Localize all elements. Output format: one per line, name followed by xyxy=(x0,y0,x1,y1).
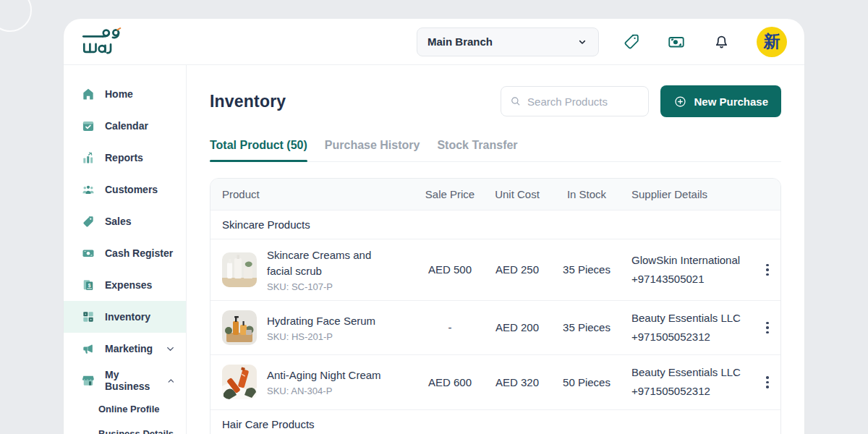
cash-icon[interactable] xyxy=(667,33,686,51)
category-row-skincare: Skincare Products xyxy=(210,210,780,239)
in-stock: 50 Pieces xyxy=(552,376,621,388)
sidebar-item-customers[interactable]: Customers xyxy=(64,174,186,205)
product-image xyxy=(222,310,257,345)
svg-text:$: $ xyxy=(88,283,91,289)
sidebar-subitem-label: Business Details xyxy=(98,428,174,434)
row-menu-kebab-icon[interactable] xyxy=(754,373,780,391)
sidebar: Home Calendar Reports xyxy=(64,65,187,434)
topbar: Main Branch xyxy=(64,19,804,65)
sidebar-subitem-online-profile[interactable]: Online Profile xyxy=(64,396,186,421)
search-icon xyxy=(510,95,522,108)
topbar-icons: 新 xyxy=(622,27,787,57)
tab-total-product[interactable]: Total Product (50) xyxy=(210,139,307,161)
col-sale-price: Sale Price xyxy=(417,188,482,200)
sale-price: - xyxy=(417,321,482,333)
table-row: Anti-Aging Night Cream SKU: AN-304-P AED… xyxy=(210,355,780,410)
sidebar-subitem-business-details[interactable]: Business Details xyxy=(64,421,186,434)
chevron-down-icon xyxy=(576,36,588,48)
new-purchase-label: New Purchase xyxy=(694,95,768,108)
main-content: Inventory New Purchase T xyxy=(187,65,804,434)
my-business-icon xyxy=(81,373,95,388)
avatar[interactable]: 新 xyxy=(757,27,787,57)
avatar-character: 新 xyxy=(764,30,780,53)
reports-icon xyxy=(81,150,95,165)
product-name: Skincare Creams and facial scrub xyxy=(267,247,397,279)
sales-icon xyxy=(81,214,95,229)
table-row: Hydrating Face Serum SKU: HS-201-P - AED… xyxy=(210,301,780,356)
supplier-name: Beauty Essentials LLC xyxy=(631,309,754,328)
col-in-stock: In Stock xyxy=(552,188,621,200)
sidebar-item-label: Customers xyxy=(105,184,158,195)
sidebar-item-label: Reports xyxy=(105,152,143,163)
sidebar-item-sales[interactable]: Sales xyxy=(64,205,186,237)
sidebar-item-label: My Business xyxy=(105,369,157,392)
product-name: Anti-Aging Night Cream xyxy=(267,367,381,383)
supplier-name: Beauty Essentials LLC xyxy=(631,363,754,382)
tabs: Total Product (50) Purchase History Stoc… xyxy=(210,139,781,162)
sale-price: AED 500 xyxy=(417,263,482,276)
row-menu-kebab-icon[interactable] xyxy=(754,319,780,337)
supplier-name: GlowSkin International xyxy=(631,251,754,270)
product-sku: SKU: AN-304-P xyxy=(267,386,381,396)
sidebar-item-label: Sales xyxy=(105,216,132,227)
sidebar-item-calendar[interactable]: Calendar xyxy=(64,110,186,142)
customers-icon xyxy=(81,182,95,197)
in-stock: 35 Pieces xyxy=(552,263,621,276)
marketing-icon xyxy=(81,341,95,356)
inventory-icon xyxy=(81,310,95,324)
sidebar-item-label: Expenses xyxy=(105,279,152,291)
table-header: Product Sale Price Unit Cost In Stock Su… xyxy=(210,179,780,210)
sidebar-item-expenses[interactable]: $ Expenses xyxy=(64,269,186,301)
row-menu-kebab-icon[interactable] xyxy=(754,261,780,279)
inventory-table: Product Sale Price Unit Cost In Stock Su… xyxy=(210,178,781,434)
col-supplier-details: Supplier Details xyxy=(621,188,754,200)
tab-stock-transfer[interactable]: Stock Transfer xyxy=(437,139,517,161)
chevron-down-icon xyxy=(165,344,176,354)
expenses-icon: $ xyxy=(81,278,95,292)
page-title: Inventory xyxy=(210,92,286,111)
sidebar-item-home[interactable]: Home xyxy=(64,78,186,110)
plus-circle-icon xyxy=(673,95,687,109)
col-unit-cost: Unit Cost xyxy=(482,188,552,200)
sale-price: AED 600 xyxy=(417,376,482,388)
chevron-up-icon xyxy=(166,375,176,386)
supplier-phone: +971505052312 xyxy=(631,328,754,346)
table-row: Skincare Creams and facial scrub SKU: SC… xyxy=(210,239,780,301)
unit-cost: AED 250 xyxy=(482,263,552,276)
search-input[interactable] xyxy=(527,95,639,108)
tag-icon[interactable] xyxy=(622,33,641,51)
sidebar-item-cash-register[interactable]: Cash Register xyxy=(64,237,186,269)
product-sku: SKU: SC-107-P xyxy=(267,281,397,292)
app-window: Main Branch xyxy=(64,19,804,434)
sidebar-item-label: Inventory xyxy=(105,311,150,323)
in-stock: 35 Pieces xyxy=(552,321,621,333)
unit-cost: AED 320 xyxy=(482,376,552,388)
sidebar-item-reports[interactable]: Reports xyxy=(64,142,186,174)
calendar-icon xyxy=(81,119,95,133)
product-sku: SKU: HS-201-P xyxy=(267,331,375,342)
waj-logo xyxy=(81,27,126,57)
sidebar-subitem-label: Online Profile xyxy=(98,404,160,414)
sidebar-item-inventory[interactable]: Inventory xyxy=(64,301,186,333)
bell-icon[interactable] xyxy=(712,33,731,51)
branch-selector[interactable]: Main Branch xyxy=(417,27,599,56)
sidebar-item-marketing[interactable]: Marketing xyxy=(64,333,186,365)
sidebar-item-label: Home xyxy=(105,88,133,100)
product-image xyxy=(222,252,257,287)
product-image xyxy=(222,365,257,399)
new-purchase-button[interactable]: New Purchase xyxy=(660,85,781,117)
cash-register-icon xyxy=(81,246,95,260)
sidebar-item-my-business[interactable]: My Business xyxy=(64,365,186,396)
background-decoration-circle xyxy=(0,0,32,32)
tab-purchase-history[interactable]: Purchase History xyxy=(325,139,420,161)
product-name: Hydrating Face Serum xyxy=(267,313,375,329)
supplier-phone: +971505052312 xyxy=(631,382,754,401)
home-icon xyxy=(81,87,95,101)
col-product: Product xyxy=(210,188,417,200)
sidebar-item-label: Cash Register xyxy=(105,247,173,259)
category-row-hair-care: Hair Care Products xyxy=(210,410,780,434)
search-box xyxy=(501,86,649,116)
unit-cost: AED 200 xyxy=(482,321,552,333)
branch-selector-value: Main Branch xyxy=(427,35,493,48)
sidebar-item-label: Calendar xyxy=(105,120,148,132)
